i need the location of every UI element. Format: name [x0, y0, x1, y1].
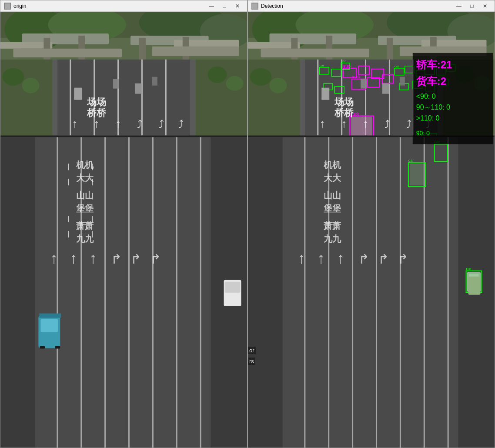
svg-rect-54: [200, 137, 201, 448]
svg-text:↱: ↱: [378, 252, 389, 266]
svg-text:↑: ↑: [89, 249, 97, 267]
svg-text:↱: ↱: [358, 252, 369, 266]
svg-text:car: car: [395, 64, 399, 68]
svg-rect-143: [321, 88, 329, 100]
svg-rect-52: [152, 137, 154, 448]
svg-rect-50: [104, 137, 106, 448]
svg-text:场场: 场场: [87, 97, 106, 107]
svg-rect-178: [410, 164, 425, 185]
svg-text:九九: 九九: [323, 234, 341, 244]
svg-text:场场: 场场: [334, 97, 354, 107]
svg-text:⤴: ⤴: [159, 118, 164, 130]
svg-text:九九: 九九: [76, 234, 94, 244]
svg-rect-67: [225, 282, 241, 293]
svg-rect-144: [361, 79, 367, 89]
svg-rect-17: [13, 49, 122, 57]
svg-rect-161: [304, 137, 305, 448]
svg-rect-26: [190, 60, 195, 136]
svg-point-32: [226, 76, 244, 91]
svg-text:↑: ↑: [70, 249, 77, 267]
svg-point-31: [208, 67, 227, 83]
svg-rect-1: [5, 3, 10, 9]
origin-content: 场场 桥桥 ↑ ↑ ↑ ⤴ ⤴ ⤴: [0, 12, 247, 448]
svg-rect-55: [0, 137, 35, 448]
detection-window: Detection — □ ✕: [248, 0, 495, 448]
svg-text:car: car: [319, 64, 324, 67]
svg-rect-18: [152, 47, 239, 56]
svg-text:↑: ↑: [317, 249, 325, 267]
svg-rect-160: [282, 137, 458, 448]
svg-rect-45: [0, 135, 247, 137]
svg-text:car: car: [408, 158, 414, 163]
svg-text:↑: ↑: [363, 117, 369, 130]
detection-content: truck truck car car car: [248, 12, 495, 448]
svg-rect-62: [40, 319, 58, 332]
svg-rect-53: [176, 137, 177, 448]
detection-title: Detection: [261, 3, 453, 9]
svg-rect-165: [400, 137, 401, 448]
svg-text:↱: ↱: [398, 252, 408, 266]
detection-window-icon: [251, 3, 258, 10]
origin-minimize-button[interactable]: —: [205, 2, 217, 10]
detection-controls: — □ ✕: [453, 2, 491, 10]
svg-rect-168: [248, 137, 282, 448]
svg-text:↑: ↑: [319, 117, 325, 130]
origin-controls: — □ ✕: [205, 2, 244, 10]
svg-text:↱: ↱: [130, 252, 141, 266]
detection-close-button[interactable]: ✕: [479, 2, 491, 10]
svg-rect-167: [448, 137, 449, 448]
svg-rect-81: [252, 3, 258, 9]
svg-rect-25: [52, 60, 57, 136]
detection-titlebar: Detection — □ ✕: [248, 0, 495, 12]
svg-rect-162: [328, 137, 329, 448]
svg-text:山山: 山山: [76, 191, 94, 200]
partial-text-or: or: [248, 347, 256, 354]
svg-text:桥桥: 桥桥: [87, 107, 107, 118]
svg-point-110: [269, 78, 287, 94]
origin-close-button[interactable]: ✕: [231, 2, 244, 10]
svg-rect-34: [113, 79, 119, 89]
svg-point-30: [22, 78, 39, 94]
svg-text:↱: ↱: [111, 252, 122, 266]
svg-text:90～110: 0: 90～110: 0: [416, 104, 450, 111]
svg-rect-24: [165, 60, 167, 136]
svg-text:萧萧: 萧萧: [76, 221, 94, 231]
svg-point-109: [250, 68, 272, 86]
svg-rect-164: [376, 137, 377, 448]
svg-text:机机: 机机: [76, 160, 94, 170]
svg-text:<90: 0: <90: 0: [416, 93, 436, 100]
svg-rect-105: [300, 60, 305, 136]
svg-rect-33: [74, 88, 82, 100]
svg-rect-64: [40, 346, 45, 348]
svg-text:↑: ↑: [337, 249, 344, 267]
svg-text:↑: ↑: [341, 117, 347, 130]
svg-rect-63: [39, 314, 61, 318]
detection-minimize-button[interactable]: —: [453, 2, 465, 10]
svg-rect-97: [261, 49, 370, 57]
svg-text:堡堡: 堡堡: [76, 204, 94, 213]
svg-rect-47: [35, 137, 211, 448]
svg-text:truck: truck: [352, 75, 361, 79]
origin-window: origin — □ ✕: [0, 0, 248, 448]
svg-text:机机: 机机: [323, 160, 341, 170]
origin-title: origin: [13, 3, 205, 9]
svg-rect-65: [55, 346, 60, 348]
svg-rect-163: [352, 137, 353, 448]
svg-text:car: car: [341, 59, 346, 63]
detection-maximize-button[interactable]: □: [466, 2, 478, 10]
origin-titlebar: origin — □ ✕: [0, 0, 247, 12]
svg-text:⤴: ⤴: [385, 118, 390, 130]
svg-rect-192: [468, 277, 481, 295]
svg-point-29: [3, 68, 24, 86]
svg-text:truck: truck: [343, 64, 352, 68]
origin-maximize-button[interactable]: □: [218, 2, 231, 10]
svg-text:堡堡: 堡堡: [324, 204, 341, 213]
svg-text:山山: 山山: [324, 191, 341, 200]
detection-highway-image: truck truck car car car: [248, 12, 495, 448]
svg-rect-49: [80, 137, 82, 448]
svg-text:↑: ↑: [94, 117, 100, 130]
svg-rect-100: [317, 60, 318, 136]
svg-rect-36: [152, 77, 157, 86]
svg-text:萧萧: 萧萧: [324, 221, 341, 231]
svg-text:↑: ↑: [72, 117, 78, 130]
